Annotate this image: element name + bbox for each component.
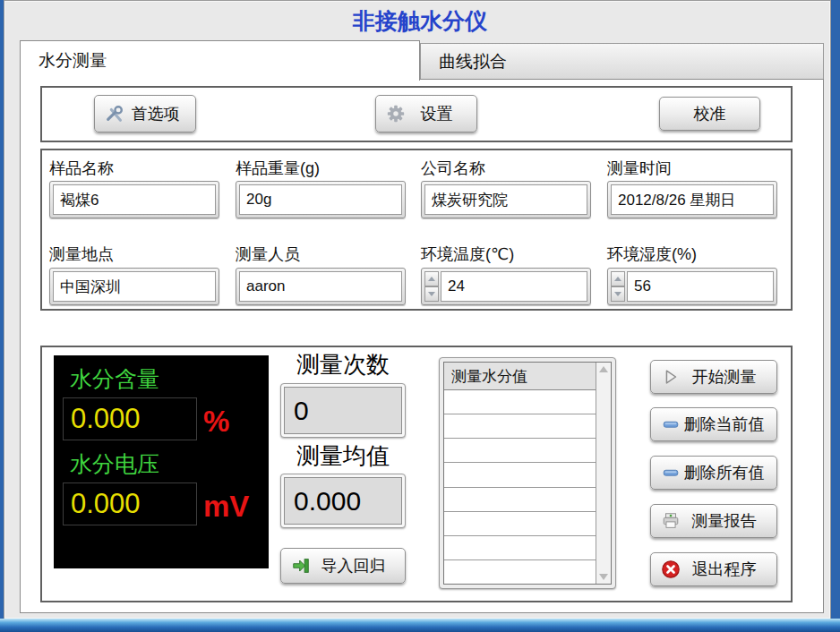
list-item[interactable] xyxy=(444,512,596,536)
list-item[interactable] xyxy=(444,414,596,439)
preferences-button[interactable]: 首选项 xyxy=(94,95,196,132)
scroll-up-icon[interactable] xyxy=(599,366,608,372)
taskbar-strip xyxy=(0,619,840,632)
import-regression-button[interactable]: 导入回归 xyxy=(280,548,406,584)
field-label-sample-name: 样品名称 xyxy=(49,158,114,179)
list-item[interactable] xyxy=(444,560,596,584)
minus-icon xyxy=(661,414,681,434)
moisture-voltage-value: 0.000 xyxy=(63,483,197,525)
measure-time-input[interactable]: 2012/8/26 星期日 xyxy=(607,181,777,218)
page-title: 非接触水分仪 xyxy=(0,6,840,36)
moisture-content-value: 0.000 xyxy=(63,397,197,440)
delete-current-button[interactable]: 删除当前值 xyxy=(650,407,777,441)
button-label: 导入回归 xyxy=(311,555,405,576)
spin-up-icon[interactable] xyxy=(424,271,439,286)
list-item[interactable] xyxy=(444,390,596,414)
delete-all-button[interactable]: 删除所有值 xyxy=(650,456,777,490)
input-value[interactable]: 24 xyxy=(441,271,587,302)
button-label: 校准 xyxy=(694,103,726,124)
input-value[interactable]: aaron xyxy=(239,271,402,302)
tools-icon xyxy=(105,104,124,124)
button-label: 开始测量 xyxy=(681,366,776,388)
play-icon xyxy=(661,367,681,387)
measure-mean-value: 0.000 xyxy=(284,477,402,525)
screen: 非接触水分仪 曲线拟合 水分测量 首选项 xyxy=(0,0,840,632)
button-label: 设置 xyxy=(406,103,476,124)
button-label: 测量报告 xyxy=(681,510,776,532)
led-display-panel: 水分含量 0.000 % 水分电压 0.000 mV xyxy=(54,355,269,568)
input-value[interactable]: 2012/8/26 星期日 xyxy=(611,184,774,215)
import-icon xyxy=(291,556,311,576)
input-value[interactable]: 中国深圳 xyxy=(53,271,216,302)
input-value[interactable]: 20g xyxy=(239,184,402,215)
measure-count-value: 0 xyxy=(284,387,402,434)
sample-weight-input[interactable]: 20g xyxy=(236,181,406,218)
tab-label: 水分测量 xyxy=(39,49,107,73)
field-label-measure-place: 测量地点 xyxy=(49,243,114,265)
field-label-ambient-humidity: 环境湿度(%) xyxy=(607,243,697,265)
list-item[interactable] xyxy=(444,488,596,512)
listbox-header: 测量水分值 xyxy=(444,363,596,390)
moisture-values-listbox[interactable]: 测量水分值 xyxy=(439,357,616,589)
tab-label: 曲线拟合 xyxy=(439,50,507,73)
scroll-down-icon[interactable] xyxy=(599,574,608,580)
measure-place-input[interactable]: 中国深圳 xyxy=(49,268,219,305)
settings-button[interactable]: 设置 xyxy=(375,95,477,132)
field-label-ambient-temp: 环境温度(℃) xyxy=(421,243,514,265)
printer-icon xyxy=(661,511,681,531)
exit-program-button[interactable]: 退出程序 xyxy=(650,552,777,586)
list-item[interactable] xyxy=(444,536,596,560)
spin-down-icon[interactable] xyxy=(611,286,625,302)
measure-report-button[interactable]: 测量报告 xyxy=(650,504,777,538)
spin-up-icon[interactable] xyxy=(611,271,625,286)
list-item[interactable] xyxy=(444,439,596,463)
moisture-unit: % xyxy=(203,405,229,439)
input-value[interactable]: 褐煤6 xyxy=(53,184,216,215)
listbox-scrollbar[interactable] xyxy=(596,363,611,584)
button-label: 退出程序 xyxy=(681,559,776,580)
start-measure-button[interactable]: 开始测量 xyxy=(650,360,777,394)
measure-count-label: 测量次数 xyxy=(271,349,415,380)
minus-icon xyxy=(661,463,681,483)
button-label: 删除所有值 xyxy=(681,462,776,483)
ambient-temp-stepper[interactable]: 24 xyxy=(421,268,591,305)
ambient-humidity-stepper[interactable]: 56 xyxy=(607,268,777,305)
field-label-company-name: 公司名称 xyxy=(421,158,485,179)
tab-moisture-measure[interactable]: 水分测量 xyxy=(20,40,420,81)
calibrate-button[interactable]: 校准 xyxy=(659,97,760,131)
exit-icon xyxy=(661,559,681,579)
field-label-measure-person: 测量人员 xyxy=(236,243,300,265)
measure-count-indicator: 0 xyxy=(280,383,406,438)
moisture-voltage-label: 水分电压 xyxy=(70,449,269,479)
sample-name-input[interactable]: 褐煤6 xyxy=(49,181,219,218)
company-name-input[interactable]: 煤炭研究院 xyxy=(421,181,591,218)
measure-mean-indicator: 0.000 xyxy=(280,474,406,528)
field-label-sample-weight: 样品重量(g) xyxy=(236,158,320,179)
field-label-measure-time: 测量时间 xyxy=(607,158,672,179)
moisture-content-label: 水分含量 xyxy=(70,364,269,394)
list-item[interactable] xyxy=(444,463,596,487)
button-label: 首选项 xyxy=(124,103,195,124)
input-value[interactable]: 煤炭研究院 xyxy=(424,184,587,215)
gear-icon xyxy=(386,104,406,124)
measure-mean-label: 测量均值 xyxy=(271,440,415,472)
button-label: 删除当前值 xyxy=(681,414,776,435)
tab-curve-fitting[interactable]: 曲线拟合 xyxy=(420,43,824,80)
spin-down-icon[interactable] xyxy=(424,286,439,302)
measure-person-input[interactable]: aaron xyxy=(236,268,406,305)
voltage-unit: mV xyxy=(203,490,249,524)
input-value[interactable]: 56 xyxy=(627,271,774,302)
